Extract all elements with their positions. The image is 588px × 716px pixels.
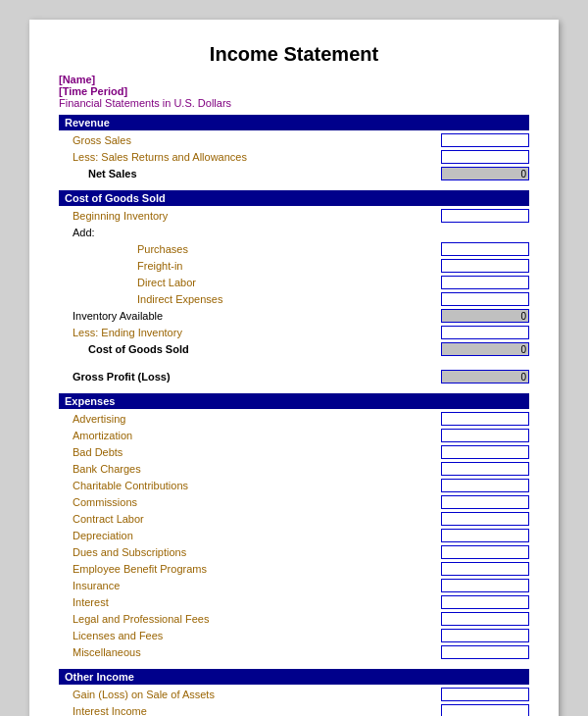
interest-income-label: Interest Income: [59, 705, 441, 716]
ending-inventory-label: Less: Ending Inventory: [59, 327, 441, 338]
gain-loss-row: Gain (Loss) on Sale of Assets: [59, 687, 529, 702]
gross-profit-row: Gross Profit (Loss): [59, 370, 529, 384]
bad-debts-input[interactable]: [441, 445, 529, 459]
contract-labor-input[interactable]: [441, 512, 529, 526]
miscellaneous-row: Miscellaneous: [59, 644, 529, 660]
bank-charges-input[interactable]: [441, 462, 529, 476]
indirect-expenses-label: Indirect Expenses: [59, 293, 441, 305]
miscellaneous-input[interactable]: [441, 645, 529, 659]
inventory-available-input[interactable]: [441, 309, 529, 323]
net-sales-row: Net Sales: [59, 166, 529, 181]
net-sales-input[interactable]: [441, 167, 529, 180]
employee-benefit-input[interactable]: [441, 562, 529, 576]
gross-sales-input[interactable]: [441, 133, 529, 147]
interest-input[interactable]: [441, 595, 529, 609]
advertising-row: Advertising: [59, 411, 529, 427]
contract-labor-row: Contract Labor: [59, 511, 529, 527]
commissions-input[interactable]: [441, 495, 529, 509]
depreciation-input[interactable]: [441, 529, 529, 542]
sales-returns-label: Less: Sales Returns and Allowances: [59, 151, 441, 163]
freight-in-input[interactable]: [441, 259, 529, 273]
amortization-label: Amortization: [59, 430, 441, 441]
legal-row: Legal and Professional Fees: [59, 611, 529, 627]
purchases-row: Purchases: [59, 241, 529, 257]
gross-sales-label: Gross Sales: [59, 134, 441, 146]
gain-loss-label: Gain (Loss) on Sale of Assets: [59, 689, 441, 700]
legal-label: Legal and Professional Fees: [59, 613, 441, 625]
ending-inventory-row: Less: Ending Inventory: [59, 325, 529, 340]
interest-label: Interest: [59, 596, 441, 608]
add-label: Add:: [59, 227, 441, 238]
depreciation-label: Depreciation: [59, 530, 441, 541]
name-field[interactable]: [Name]: [59, 74, 529, 85]
advertising-input[interactable]: [441, 412, 529, 426]
licenses-label: Licenses and Fees: [59, 630, 441, 641]
ending-inventory-input[interactable]: [441, 326, 529, 339]
subtitle: Financial Statements in U.S. Dollars: [59, 97, 529, 109]
charitable-row: Charitable Contributions: [59, 478, 529, 493]
gain-loss-input[interactable]: [441, 688, 529, 701]
purchases-label: Purchases: [59, 243, 441, 255]
interest-income-row: Interest Income: [59, 703, 529, 716]
cogs-total-row: Cost of Goods Sold: [59, 341, 529, 357]
expenses-header: Expenses: [59, 393, 529, 409]
dues-label: Dues and Subscriptions: [59, 546, 441, 558]
amortization-row: Amortization: [59, 428, 529, 443]
inventory-available-row: Inventory Available: [59, 308, 529, 324]
insurance-input[interactable]: [441, 579, 529, 592]
bad-debts-row: Bad Debts: [59, 444, 529, 460]
sales-returns-row: Less: Sales Returns and Allowances: [59, 149, 529, 165]
insurance-label: Insurance: [59, 580, 441, 591]
bank-charges-row: Bank Charges: [59, 461, 529, 477]
interest-income-input[interactable]: [441, 704, 529, 716]
direct-labor-input[interactable]: [441, 276, 529, 289]
freight-in-label: Freight-in: [59, 260, 441, 272]
page-title: Income Statement: [59, 43, 529, 66]
insurance-row: Insurance: [59, 578, 529, 593]
net-sales-label: Net Sales: [59, 168, 441, 179]
commissions-label: Commissions: [59, 496, 441, 508]
indirect-expenses-row: Indirect Expenses: [59, 291, 529, 307]
contract-labor-label: Contract Labor: [59, 513, 441, 525]
legal-input[interactable]: [441, 612, 529, 626]
advertising-label: Advertising: [59, 413, 441, 425]
cogs-header: Cost of Goods Sold: [59, 190, 529, 206]
sales-returns-input[interactable]: [441, 150, 529, 164]
purchases-input[interactable]: [441, 242, 529, 256]
beginning-inventory-row: Beginning Inventory: [59, 208, 529, 224]
gross-profit-label: Gross Profit (Loss): [59, 371, 171, 383]
indirect-expenses-input[interactable]: [441, 292, 529, 306]
period-field[interactable]: [Time Period]: [59, 85, 529, 97]
miscellaneous-label: Miscellaneous: [59, 646, 441, 658]
dues-input[interactable]: [441, 545, 529, 559]
income-statement-page: Income Statement [Name] [Time Period] Fi…: [29, 20, 559, 716]
gross-sales-row: Gross Sales: [59, 132, 529, 148]
employee-benefit-label: Employee Benefit Programs: [59, 563, 441, 575]
cogs-total-input[interactable]: [441, 342, 529, 356]
charitable-input[interactable]: [441, 479, 529, 492]
direct-labor-label: Direct Labor: [59, 277, 441, 288]
add-row: Add:: [59, 225, 529, 240]
licenses-input[interactable]: [441, 629, 529, 642]
other-income-header: Other Income: [59, 669, 529, 685]
commissions-row: Commissions: [59, 494, 529, 510]
dues-row: Dues and Subscriptions: [59, 544, 529, 560]
amortization-input[interactable]: [441, 429, 529, 442]
beginning-inventory-label: Beginning Inventory: [59, 210, 441, 222]
gross-profit-input[interactable]: [441, 370, 529, 384]
interest-row: Interest: [59, 594, 529, 610]
licenses-row: Licenses and Fees: [59, 628, 529, 643]
revenue-header: Revenue: [59, 115, 529, 130]
employee-benefit-row: Employee Benefit Programs: [59, 561, 529, 577]
beginning-inventory-input[interactable]: [441, 209, 529, 223]
bad-debts-label: Bad Debts: [59, 446, 441, 458]
freight-in-row: Freight-in: [59, 258, 529, 274]
direct-labor-row: Direct Labor: [59, 275, 529, 290]
depreciation-row: Depreciation: [59, 528, 529, 543]
cogs-total-label: Cost of Goods Sold: [59, 343, 441, 355]
inventory-available-label: Inventory Available: [59, 310, 441, 322]
bank-charges-label: Bank Charges: [59, 463, 441, 475]
charitable-label: Charitable Contributions: [59, 480, 441, 491]
